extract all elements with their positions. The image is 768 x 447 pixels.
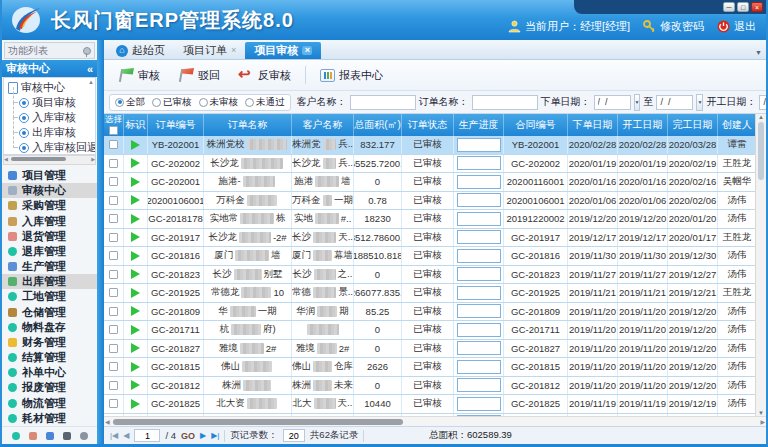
sidebar-menu-item[interactable]: 耗材管理 bbox=[2, 411, 97, 426]
order-date-to-input[interactable] bbox=[656, 95, 693, 110]
row-checkbox[interactable] bbox=[109, 177, 118, 186]
sidebar-menu-item[interactable]: 采购管理 bbox=[2, 198, 97, 213]
scroll-right-icon[interactable]: ▶ bbox=[760, 418, 765, 425]
tree-root-audit-center[interactable]: 审核中心 bbox=[8, 80, 93, 95]
sidebar-menu-item[interactable]: 补单中心 bbox=[2, 365, 97, 380]
next-page-button[interactable]: ▶ bbox=[200, 431, 206, 440]
sidebar-menu-item[interactable]: 物流管理 bbox=[2, 396, 97, 411]
sidebar-menu-item[interactable]: 生产管理 bbox=[2, 259, 97, 274]
tree-item[interactable]: 入库审核回退 bbox=[19, 140, 93, 155]
table-vertical-scrollbar[interactable]: ▲ ▼ bbox=[755, 114, 766, 416]
page-size-input[interactable] bbox=[283, 429, 305, 442]
sidebar-menu-item[interactable]: 结算管理 bbox=[2, 350, 97, 365]
table-row[interactable]: GC-201925 常德龙10 常德景.. 266077.835.. 已审核 G… bbox=[104, 284, 755, 303]
scrollbar-thumb[interactable] bbox=[758, 122, 764, 180]
table-row[interactable]: GC-201812 株洲 株洲未来 0 已审核 GC-201812 2019/1… bbox=[104, 377, 755, 396]
table-row[interactable]: YB-202001 株洲党校 株洲党兵.. 832.177 已审核 YB-202… bbox=[104, 136, 755, 155]
tree-scroll-down-icon[interactable]: ▼ bbox=[88, 147, 94, 153]
sidebar-menu-item[interactable]: 审核中心 bbox=[2, 183, 97, 198]
status-radio[interactable]: 未审核 bbox=[199, 96, 239, 109]
row-checkbox[interactable] bbox=[109, 196, 118, 205]
scroll-left-icon[interactable]: ◀ bbox=[105, 418, 110, 425]
order-name-input[interactable] bbox=[472, 95, 538, 110]
table-row[interactable]: GC-201917 长沙龙-2# 长沙天.. 8512.78600.. 已审核 … bbox=[104, 229, 755, 248]
radio-icon[interactable] bbox=[199, 98, 208, 107]
row-checkbox[interactable] bbox=[109, 362, 118, 371]
first-page-button[interactable]: |◀ bbox=[110, 431, 118, 440]
radio-icon[interactable] bbox=[245, 98, 254, 107]
sidebar-menu-item[interactable]: 退库管理 bbox=[2, 244, 97, 259]
sidebar-menu-item[interactable]: 入库管理 bbox=[2, 214, 97, 229]
sidebar-menu-item[interactable]: 工地管理 bbox=[2, 289, 97, 304]
row-checkbox[interactable] bbox=[109, 288, 118, 297]
close-tab-icon[interactable]: × bbox=[302, 46, 312, 55]
pen-icon[interactable] bbox=[46, 432, 54, 440]
table-row[interactable]: GC-201815 佛山 佛山仓库 2626 已审核 GC-201815 201… bbox=[104, 358, 755, 377]
logout-button[interactable]: 退出 bbox=[717, 19, 756, 34]
toolbar-button[interactable]: 报表中心 bbox=[314, 66, 389, 85]
status-dot-icon[interactable] bbox=[12, 432, 20, 440]
row-checkbox[interactable] bbox=[109, 307, 118, 316]
last-page-button[interactable]: ▶| bbox=[211, 431, 219, 440]
radio-icon[interactable] bbox=[115, 98, 124, 107]
tab[interactable]: 项目订单 × bbox=[174, 42, 245, 59]
row-checkbox[interactable] bbox=[109, 399, 118, 408]
date-dropdown-icon[interactable]: ▼ bbox=[634, 94, 641, 111]
sidebar-menu-item[interactable]: 财务管理 bbox=[2, 335, 97, 350]
table-row[interactable]: GC-2018178 实地常栋 实地#.. 18230 已审核 20191220… bbox=[104, 210, 755, 229]
tree-item[interactable]: 出库审核 bbox=[19, 125, 93, 140]
row-checkbox[interactable] bbox=[109, 381, 118, 390]
status-radio[interactable]: 未通过 bbox=[245, 96, 285, 109]
row-checkbox[interactable] bbox=[109, 214, 118, 223]
book-icon[interactable] bbox=[63, 432, 71, 440]
radio-icon[interactable] bbox=[152, 98, 161, 107]
toolbar-button[interactable]: 驳回 bbox=[172, 65, 226, 85]
tab-overflow-icon[interactable]: ▼ bbox=[755, 49, 762, 56]
sidebar-menu-item[interactable]: 仓储管理 bbox=[2, 305, 97, 320]
select-all-checkbox[interactable] bbox=[109, 126, 118, 135]
table-row[interactable]: GC-201825 北大资 北大天.. 10440 已审核 GC-201825 … bbox=[104, 395, 755, 414]
scroll-right-icon[interactable]: ▶ bbox=[91, 156, 95, 162]
tree-scroll-up-icon[interactable]: ▲ bbox=[88, 79, 94, 85]
date-dropdown-icon[interactable]: ▼ bbox=[696, 94, 703, 111]
scrollbar-thumb[interactable] bbox=[113, 419, 403, 425]
row-checkbox[interactable] bbox=[109, 251, 118, 260]
table-row[interactable]: GC-201711 杭府) 0 已审核 GC-201711 2019/11/20… bbox=[104, 321, 755, 340]
customer-name-input[interactable] bbox=[350, 95, 416, 110]
row-checkbox[interactable] bbox=[109, 233, 118, 242]
row-checkbox[interactable] bbox=[109, 270, 118, 279]
minimize-button[interactable]: ─ bbox=[723, 2, 735, 12]
order-date-from-input[interactable] bbox=[594, 95, 631, 110]
sidebar-menu-item[interactable]: 项目管理 bbox=[2, 168, 97, 183]
table-row[interactable]: GC-202001 施港- 施港墙 0 已审核 20200116001 2020… bbox=[104, 173, 755, 192]
sidebar-menu-item[interactable]: 出库管理 bbox=[2, 274, 97, 289]
scroll-up-icon[interactable]: ▲ bbox=[758, 114, 764, 120]
status-radio[interactable]: 已审核 bbox=[152, 96, 192, 109]
close-button[interactable]: × bbox=[751, 2, 763, 12]
tab[interactable]: 起始页 bbox=[107, 42, 174, 59]
tree-item[interactable]: 入库审核 bbox=[19, 110, 93, 125]
row-checkbox[interactable] bbox=[109, 325, 118, 334]
toolbar-button[interactable]: 审核 bbox=[112, 65, 166, 85]
collapse-icon[interactable]: « bbox=[87, 63, 93, 75]
table-row[interactable]: GC-202002 长沙龙 长沙龙兵.. 65525.7200.. 已审核 GC… bbox=[104, 155, 755, 174]
start-date-input[interactable] bbox=[759, 95, 766, 110]
close-tab-icon[interactable]: × bbox=[231, 46, 236, 55]
prev-page-button[interactable]: ◀ bbox=[123, 431, 129, 440]
function-list-header[interactable]: 功能列表 bbox=[4, 42, 95, 59]
panel-splitter[interactable] bbox=[97, 40, 104, 444]
pin-icon[interactable] bbox=[83, 47, 91, 55]
table-row[interactable]: 20200106001 万科金 万科金一期 0.78 已审核 202001060… bbox=[104, 192, 755, 211]
maximize-button[interactable]: □ bbox=[737, 2, 749, 12]
page-number-input[interactable] bbox=[134, 429, 160, 442]
table-row[interactable]: GC-201816 厦门墙 厦门幕墙 188510.818 已审核 GC-201… bbox=[104, 247, 755, 266]
table-row[interactable]: GC-201827 雅境2# 雅境2# 0 已审核 GC-201827 2019… bbox=[104, 340, 755, 359]
cart-icon[interactable] bbox=[29, 432, 37, 440]
table-row[interactable]: GC-201823 长沙别墅 长沙之.. 0 已审核 GC-201823 201… bbox=[104, 266, 755, 285]
sidebar-menu-item[interactable]: 退货管理 bbox=[2, 229, 97, 244]
tab[interactable]: 项目审核 × bbox=[245, 42, 321, 59]
scroll-left-icon[interactable]: ◀ bbox=[4, 156, 8, 162]
go-button[interactable]: GO bbox=[181, 431, 195, 441]
row-checkbox[interactable] bbox=[109, 344, 118, 353]
tree-horizontal-scrollbar[interactable]: ◀ ▶ bbox=[3, 155, 96, 165]
